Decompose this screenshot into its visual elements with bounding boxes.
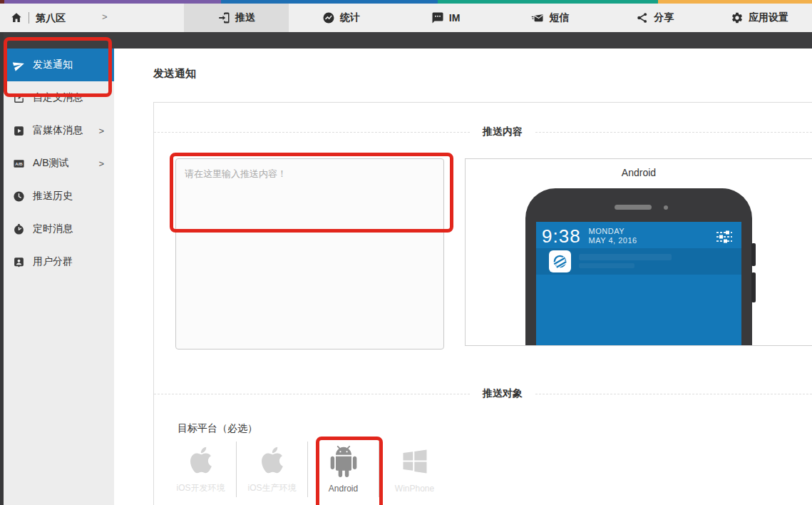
sidebar-item-rich-media[interactable]: 富媒体消息 > [4,114,114,147]
share-icon [636,11,649,24]
im-icon [431,11,444,24]
ab-test-icon: A/B [13,158,25,170]
phone-speaker [615,205,652,210]
dashed-line [154,394,470,394]
section-title-push-content: 推送内容 [470,126,535,138]
phone-day: MONDAY [589,227,637,236]
platform-selector: iOS开发环境 iOS生产环境 Android [154,442,812,497]
sidebar-item-push-history[interactable]: 推送历史 [4,180,114,213]
stripe-segment-blue [221,0,438,4]
apple-icon [257,444,288,476]
phone-screen: 9:38 MONDAY MAY 4, 2016 [536,222,741,346]
dashed-line [154,132,470,133]
sidebar-item-user-segmentation[interactable]: 用户分群 [4,245,114,278]
section-divider-push-target: 推送对象 [154,387,812,400]
svg-text:A/B: A/B [15,161,23,165]
tab-app-settings[interactable]: 应用设置 [707,4,812,32]
gear-icon [731,11,744,24]
edit-icon [13,92,25,104]
app-name[interactable]: 第八区 [36,12,66,25]
sms-icon [531,11,544,24]
phone-volume-button [751,243,756,266]
tab-stats[interactable]: 统计 [289,4,394,32]
phone-power-button [751,272,756,302]
phone-time: 9:38 [542,225,581,247]
push-form-panel: 推送内容 Android 9:38 [153,102,812,505]
platform-ios-dev[interactable]: iOS开发环境 [165,444,236,494]
top-tabs: 推送 统计 IM [184,4,812,32]
user-group-icon [13,256,25,268]
notification-row [536,248,741,275]
sub-header-bar [0,32,812,49]
apple-icon [185,444,217,476]
jpush-logo-icon [552,253,568,270]
phone-mockup: 9:38 MONDAY MAY 4, 2016 [525,188,752,346]
android-icon [328,446,359,477]
phone-camera [664,205,668,210]
notification-ghost-text [579,263,634,268]
stripe-segment-orange [658,0,812,4]
tune-icon [714,229,734,245]
chevron-right-icon: > [98,126,104,136]
sidebar: 发送通知 自定义消息 富媒体消息 > A/B A/B测试 > [4,49,114,505]
notification-ghost-text [579,254,672,260]
home-icon[interactable] [10,11,23,24]
dashed-line [535,132,812,133]
dashed-line [535,394,812,394]
window-left-edge [0,32,4,505]
history-icon [13,190,25,203]
sidebar-item-send-notification[interactable]: 发送通知 [4,49,114,81]
send-icon [11,57,26,72]
stats-icon [322,11,335,24]
preview-platform-label: Android [466,167,812,178]
tab-push[interactable]: 推送 [184,4,289,32]
push-content-input[interactable] [175,158,444,350]
sidebar-item-scheduled-message[interactable]: 定时消息 [4,213,114,245]
phone-status-row: 9:38 MONDAY MAY 4, 2016 [536,222,741,247]
app-logo-tile [549,250,571,272]
main-content: 发送通知 推送内容 Android [114,49,812,505]
stripe-segment-teal [438,0,658,4]
timer-icon [13,223,25,235]
platform-ios-prod[interactable]: iOS生产环境 [237,444,307,494]
section-title-push-target: 推送对象 [470,387,535,400]
app-window: 第八区 > 推送 统计 IM [0,0,812,505]
android-preview-panel: Android 9:38 MONDAY MAY 4, 2016 [465,158,812,346]
sidebar-item-ab-test[interactable]: A/B A/B测试 > [4,147,114,180]
section-divider-push-content: 推送内容 [154,126,812,138]
content-row: Android 9:38 MONDAY MAY 4, 2016 [154,158,812,350]
brand-divider [29,12,29,24]
phone-date: MAY 4, 2016 [589,236,637,245]
platform-label: Android [308,484,379,494]
platform-android[interactable]: Android [308,446,379,494]
tab-im[interactable]: IM [394,4,498,32]
chevron-right-icon: > [98,158,104,169]
chevron-right-icon[interactable]: > [102,11,108,22]
tab-sms[interactable]: 短信 [498,4,602,32]
target-platform-label: 目标平台（必选） [154,422,812,435]
platform-label: iOS开发环境 [165,482,236,494]
top-navbar: 第八区 > 推送 统计 IM [0,4,812,32]
push-icon [217,11,230,24]
platform-label: iOS生产环境 [237,482,307,494]
page-title: 发送通知 [153,67,196,81]
phone-date-block: MONDAY MAY 4, 2016 [589,227,637,245]
platform-label: WinPhone [379,484,450,494]
platform-winphone[interactable]: WinPhone [379,446,450,494]
sidebar-item-custom-message[interactable]: 自定义消息 [4,81,114,114]
windows-icon [399,446,431,477]
brand-area: 第八区 > [0,4,184,32]
stripe-segment-purple [4,0,221,4]
richmedia-icon [13,125,25,137]
tab-share[interactable]: 分享 [602,4,707,32]
